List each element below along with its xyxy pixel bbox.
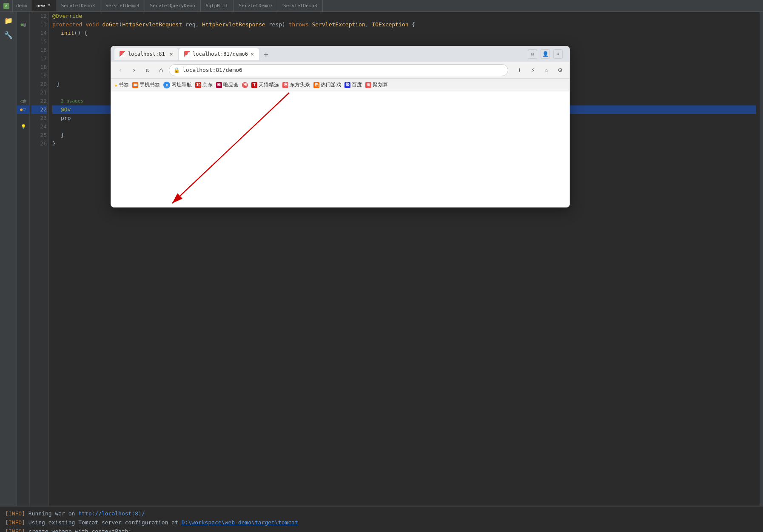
forward-button[interactable]: ›	[128, 64, 140, 76]
code-line-12: @Override	[52, 12, 756, 20]
code-line-14: init() {	[52, 29, 756, 37]
bookmark-phone[interactable]: 📖 手机书签	[132, 81, 160, 88]
shield-icon[interactable]: 🛡	[23, 105, 26, 114]
tab-servlet3[interactable]: ServletQueryDemo	[145, 0, 201, 12]
baidu-icon: 聚	[344, 82, 350, 88]
sidebar-icon-project[interactable]: 📁	[2, 14, 15, 27]
gutter-row	[17, 88, 29, 97]
gutter-row	[17, 114, 29, 122]
window-controls: ⊡ 👤 ⬇	[528, 49, 563, 59]
tab-bar-icon[interactable]: ⊡	[528, 49, 537, 59]
gutter-row	[17, 71, 29, 80]
juhua-icon: 聚	[365, 82, 371, 88]
svg-text:d: d	[5, 4, 7, 8]
sidebar-icons: 📁 🔧	[0, 12, 17, 506]
edge-icon: e	[163, 82, 170, 88]
tmall-icon: T	[251, 82, 257, 88]
top-tabs-bar: d demo new * ServletDemo3 ServletDemo3 S…	[0, 0, 763, 12]
browser-action-buttons: ⬆ ⚡ ☆ ⚙	[513, 64, 566, 76]
tab-close-2[interactable]: ×	[251, 51, 254, 57]
bookmark-games[interactable]: 热 热门游戏	[313, 81, 341, 88]
bookmark-nav[interactable]: e 网址导航	[163, 81, 192, 88]
share-button[interactable]: ⬆	[513, 64, 525, 76]
sidebar-icon-structure[interactable]: 🔧	[2, 28, 15, 42]
browser-tab-1[interactable]: e localhost:81 ×	[114, 48, 178, 60]
jd-icon: JD	[195, 82, 201, 88]
bookmark-taobao[interactable]: 淘	[242, 82, 248, 88]
terminal-line-2: [INFO] Using existing Tomcat server conf…	[5, 518, 758, 527]
gutter-row	[17, 46, 29, 54]
lightning-button[interactable]: ⚡	[527, 64, 539, 76]
back-button[interactable]: ‹	[114, 64, 126, 76]
gutter-row: 💡	[17, 122, 29, 131]
tab-servlet1[interactable]: ServletDemo3	[56, 0, 100, 12]
gutter-row-22: ○ @	[17, 97, 29, 105]
tab-close-1[interactable]: ×	[170, 51, 173, 57]
bulb-icon[interactable]: 💡	[21, 122, 26, 131]
tab-favicon-2: e	[184, 51, 190, 57]
browser-toolbar: ‹ › ↻ ⌂ 🔒 localhost:81/demo6 ⬆ ⚡ ☆ ⚙	[111, 62, 569, 79]
bookmark-juhua[interactable]: 聚 聚划算	[365, 81, 388, 88]
taobao-icon: 淘	[242, 82, 248, 88]
bookmark-jd[interactable]: JD 京东	[195, 81, 213, 88]
refresh-button[interactable]: ↻	[142, 64, 154, 76]
gutter-row	[17, 12, 29, 20]
download-icon[interactable]: ⬇	[553, 49, 563, 59]
terminal-line-1: [INFO] Running war on http://localhost:8…	[5, 509, 758, 518]
terminal-output: [INFO] Running war on http://localhost:8…	[0, 506, 763, 532]
bookmark-tmall[interactable]: T 天猫精选	[251, 81, 279, 88]
project-icon: d	[0, 0, 13, 12]
code-area: ● @ ○ @ ●	[17, 12, 763, 506]
terminal-area: [INFO] Running war on http://localhost:8…	[0, 506, 763, 532]
star-button[interactable]: ☆	[541, 64, 552, 76]
bookmark-icon[interactable]: @	[23, 20, 26, 29]
tab-new[interactable]: new *	[31, 0, 56, 12]
tomcat-path-link[interactable]: D:\workspace\web-demo\target\tomcat	[182, 519, 298, 526]
tab-servlet5[interactable]: ServletDemo3	[234, 0, 278, 12]
bookmarks-bar: ★ 书签 📖 手机书签 e 网址导航 JD 京东	[111, 79, 569, 91]
tab-servlet4[interactable]: SqlpHtml	[201, 0, 234, 12]
browser-content-area	[111, 91, 569, 207]
bookmark-toutiao[interactable]: 东 东方头条	[282, 81, 310, 88]
games-icon: 热	[313, 82, 319, 88]
browser-tabs: e localhost:81 × e localhost:81/demo6 × …	[111, 46, 569, 62]
toutiao-icon: 东	[282, 82, 288, 88]
vip-icon: 唯	[216, 82, 222, 88]
bookmark-vip[interactable]: 唯 唯品会	[216, 81, 239, 88]
tab-project[interactable]: demo	[13, 0, 31, 12]
line-numbers: 12 13 14 15 16 17 18 19 20 21 22 22 23 2…	[30, 12, 49, 506]
url-bar[interactable]: 🔒 localhost:81/demo6	[169, 64, 508, 76]
new-tab-button[interactable]: +	[260, 48, 272, 60]
gutter-row	[17, 80, 29, 88]
ide-container: d demo new * ServletDemo3 ServletDemo3 S…	[0, 0, 763, 532]
bookmark-baidu[interactable]: 聚 百度	[344, 81, 362, 88]
gutter-row	[17, 63, 29, 71]
bookmark-icon2[interactable]: @	[23, 97, 26, 105]
terminal-line-3: [INFO] create webapp with contextPath:	[5, 527, 758, 532]
browser-window: e localhost:81 × e localhost:81/demo6 × …	[111, 46, 570, 208]
gutter-row	[17, 37, 29, 46]
localhost-link[interactable]: http://localhost:81/	[78, 510, 145, 517]
browser-tab-2[interactable]: e localhost:81/demo6 ×	[179, 48, 259, 60]
settings-button[interactable]: ⚙	[554, 64, 566, 76]
gutter-row	[17, 131, 29, 139]
gutter-row-selected: ● 🛡	[17, 105, 29, 114]
vertical-scrollbar[interactable]	[760, 12, 763, 506]
home-button[interactable]: ⌂	[155, 64, 167, 76]
gutter: ● @ ○ @ ●	[17, 12, 30, 506]
star-icon: ★	[114, 82, 117, 88]
gutter-row: ● @	[17, 20, 29, 29]
tab-servlet6[interactable]: ServletDemo3	[278, 0, 322, 12]
tab-favicon-1: e	[120, 51, 125, 57]
bookmark-shujian[interactable]: ★ 书签	[114, 81, 129, 88]
phone-bookmark-icon: 📖	[132, 82, 138, 88]
gutter-row	[17, 54, 29, 63]
url-text: localhost:81/demo6	[182, 67, 242, 73]
code-line-13: protected void doGet(HttpServletRequest …	[52, 20, 756, 29]
tab-servlet2[interactable]: ServletDemo3	[100, 0, 145, 12]
security-icon: 🔒	[174, 67, 180, 73]
ide-main: 📁 🔧 ● @	[0, 12, 763, 506]
account-icon[interactable]: 👤	[541, 49, 550, 59]
gutter-row	[17, 29, 29, 37]
code-line-15	[52, 37, 756, 46]
